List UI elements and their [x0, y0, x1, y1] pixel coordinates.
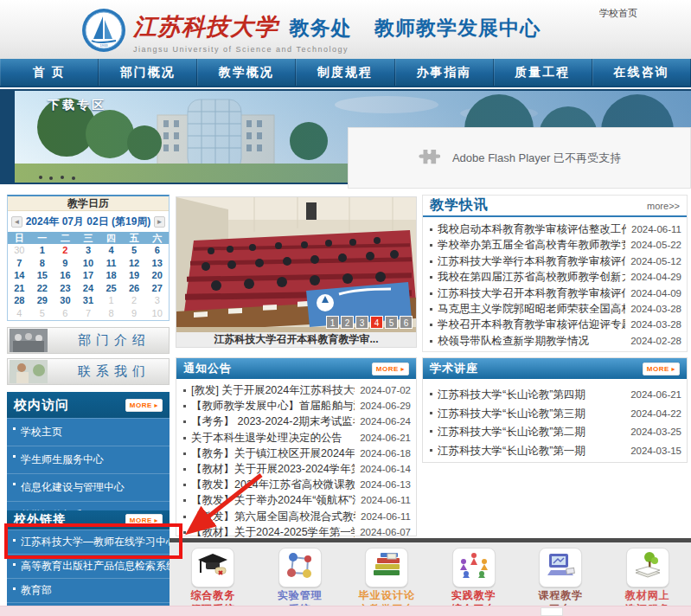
- news-more-link[interactable]: more>>: [647, 201, 680, 211]
- calendar-day[interactable]: 31: [77, 294, 100, 307]
- notice-text[interactable]: 【教发】第六届全国高校混合式教学设计创...: [191, 509, 355, 524]
- calendar-day[interactable]: 30: [54, 294, 77, 307]
- notice-text[interactable]: 【教发】2024年江苏省高校微课教学比赛推...: [191, 477, 355, 492]
- notice-text[interactable]: 【教师教学发展中心】首届船舶与海洋工程...: [191, 398, 355, 414]
- calendar-day[interactable]: 1: [99, 294, 123, 307]
- slideshow-page-button[interactable]: 6: [400, 316, 413, 329]
- slideshow-page-button[interactable]: 4: [370, 316, 383, 329]
- calendar-day[interactable]: 11: [99, 257, 123, 270]
- calendar-day[interactable]: 16: [54, 269, 77, 282]
- app-course-platform[interactable]: 课程教学 平台: [521, 548, 600, 606]
- external-more-button[interactable]: MORE ▸: [125, 514, 163, 527]
- lecture-item[interactable]: 江苏科技大学“长山论教”第二期 2024-03-25: [428, 423, 681, 442]
- calendar-day[interactable]: 24: [77, 282, 100, 295]
- news-text[interactable]: 马克思主义学院郭昭昭老师荣获全国高校思...: [438, 301, 625, 317]
- slideshow-page-button[interactable]: 5: [385, 316, 398, 329]
- calendar-day[interactable]: 4: [8, 307, 31, 320]
- intranet-link[interactable]: 学生师生服务中心: [7, 446, 170, 473]
- calendar-day[interactable]: 2: [123, 294, 146, 307]
- calendar-day[interactable]: 7: [77, 307, 100, 320]
- news-text[interactable]: 学校举办第五届全省高校青年教师教学竞赛...: [438, 237, 625, 253]
- calendar-day[interactable]: 12: [123, 257, 146, 270]
- lectures-more-button[interactable]: MORE ▸: [643, 363, 680, 375]
- calendar-day[interactable]: 7: [8, 257, 31, 270]
- notice-item[interactable]: 关于本科生退学处理决定的公告 2024-06-21: [182, 430, 411, 446]
- news-text[interactable]: 江苏科技大学举行本科教育教学审核评估专...: [438, 253, 625, 269]
- news-item[interactable]: 学校举办第五届全省高校青年教师教学竞赛... 2024-05-22: [428, 237, 681, 253]
- calendar-day[interactable]: 1: [31, 244, 54, 257]
- notice-text[interactable]: [教发] 关于开展2024年江苏科技大学青年...: [191, 382, 355, 398]
- notice-text[interactable]: 关于本科生退学处理决定的公告: [191, 430, 355, 446]
- calendar-day[interactable]: 29: [31, 294, 54, 307]
- calendar-next-button[interactable]: ►: [154, 216, 165, 228]
- app-practice-platform[interactable]: 实践教学 综合平台: [434, 548, 514, 606]
- news-item[interactable]: 江苏科技大学举行本科教育教学审核评估专... 2024-05-12: [428, 253, 681, 269]
- calendar-day[interactable]: 5: [31, 307, 54, 320]
- calendar-day[interactable]: 20: [145, 269, 169, 282]
- notices-more-button[interactable]: MORE ▸: [372, 363, 409, 375]
- nav-item[interactable]: 办事指南: [395, 59, 494, 86]
- external-link[interactable]: 江苏科技大学—教师在线学习中心: [7, 529, 170, 554]
- intranet-link[interactable]: 信息化建设与管理中心: [7, 473, 170, 501]
- news-item[interactable]: 我校在第四届江苏省高校教师教学创新大赛... 2024-04-29: [428, 269, 681, 285]
- notice-item[interactable]: 【教发】关于举办2024年“领航杯”江苏省... 2024-06-11: [182, 492, 411, 508]
- news-text[interactable]: 我校在第四届江苏省高校教师教学创新大赛...: [438, 269, 625, 285]
- calendar-day[interactable]: 22: [31, 282, 54, 295]
- calendar-day[interactable]: 3: [145, 294, 169, 307]
- intranet-more-button[interactable]: MORE ▸: [125, 399, 163, 412]
- calendar-day[interactable]: 3: [77, 244, 100, 257]
- app-academic-admin[interactable]: 综合教务 管理系统: [173, 548, 253, 606]
- notice-text[interactable]: 【教发】关于举办2024年“领航杯”江苏省...: [191, 492, 355, 508]
- calendar-day[interactable]: 19: [123, 269, 146, 282]
- notice-item[interactable]: 【教发】2024年江苏省高校微课教学比赛推... 2024-06-13: [182, 477, 411, 492]
- download-zone-label[interactable]: 下载专区: [48, 98, 106, 113]
- news-text[interactable]: 校领导带队检查新学期教学情况: [438, 333, 625, 349]
- calendar-day[interactable]: 8: [99, 307, 123, 320]
- lecture-text[interactable]: 江苏科技大学“长山论教”第四期: [438, 386, 625, 405]
- app-textbook-ordering[interactable]: 教材网上 选订服务: [608, 548, 688, 606]
- lecture-item[interactable]: 江苏科技大学“长山论教”第四期 2024-06-21: [428, 386, 681, 405]
- notice-text[interactable]: 【教务】关于镇江校区开展2024年大类专业...: [191, 446, 355, 461]
- lecture-item[interactable]: 江苏科技大学“长山论教”第三期 2024-04-22: [428, 405, 681, 424]
- lecture-text[interactable]: 江苏科技大学“长山论教”第一期: [438, 442, 625, 461]
- lecture-item[interactable]: 江苏科技大学“长山论教”第一期 2024-03-15: [428, 442, 681, 461]
- notice-item[interactable]: 【教务】关于镇江校区开展2024年大类专业... 2024-06-18: [182, 446, 411, 461]
- news-text[interactable]: 我校启动本科教育教学审核评估整改工作: [438, 221, 626, 237]
- calendar-day[interactable]: 18: [99, 269, 123, 282]
- dept-intro-button[interactable]: 部门介绍: [7, 327, 170, 354]
- notice-item[interactable]: 【教师教学发展中心】首届船舶与海洋工程... 2024-06-29: [182, 398, 411, 414]
- app-thesis-platform[interactable]: 毕业设计论 文教学平台: [347, 548, 426, 606]
- calendar-day[interactable]: 23: [54, 282, 77, 295]
- nav-item[interactable]: 在线咨询: [592, 59, 691, 86]
- calendar-day[interactable]: 26: [123, 282, 146, 295]
- notice-item[interactable]: 【教发】第六届全国高校混合式教学设计创... 2024-06-11: [182, 509, 411, 524]
- calendar-day[interactable]: 28: [8, 294, 31, 307]
- calendar-prev-button[interactable]: ◄: [11, 216, 22, 228]
- slideshow-page-button[interactable]: 2: [341, 316, 354, 329]
- calendar-day[interactable]: 5: [123, 244, 146, 257]
- calendar-day[interactable]: 25: [99, 282, 123, 295]
- notice-text[interactable]: 【考务】 2023-2024-2期末考试监考班车安...: [191, 414, 355, 429]
- nav-item[interactable]: 制度规程: [296, 59, 394, 86]
- news-item[interactable]: 马克思主义学院郭昭昭老师荣获全国高校思... 2024-03-28: [428, 301, 681, 317]
- external-link[interactable]: 教育部: [7, 578, 170, 602]
- calendar-day[interactable]: 10: [145, 307, 169, 320]
- nav-item[interactable]: 首 页: [0, 59, 99, 86]
- external-link[interactable]: 高等教育出版社产品信息检索系统: [7, 554, 170, 578]
- contact-us-button[interactable]: 联系我们: [7, 358, 170, 385]
- calendar-day[interactable]: 13: [145, 257, 169, 270]
- slideshow-page-button[interactable]: 1: [326, 316, 339, 329]
- news-text[interactable]: 江苏科技大学召开本科教育教学审核评估启...: [438, 286, 625, 301]
- calendar-day[interactable]: 17: [77, 269, 100, 282]
- news-item[interactable]: 校领导带队检查新学期教学情况 2024-02-28: [428, 333, 681, 349]
- nav-item[interactable]: 部门概况: [99, 59, 197, 86]
- intranet-link[interactable]: 学校主页: [7, 418, 170, 446]
- app-lab-management[interactable]: 实验管理 系统: [260, 548, 340, 606]
- nav-item[interactable]: 教学概况: [197, 59, 296, 86]
- calendar-day[interactable]: 27: [145, 282, 169, 295]
- notice-item[interactable]: [教发] 关于开展2024年江苏科技大学青年... 2024-07-02: [182, 382, 411, 398]
- lecture-text[interactable]: 江苏科技大学“长山论教”第三期: [438, 405, 625, 424]
- calendar-day[interactable]: 21: [8, 282, 31, 295]
- calendar-day[interactable]: 8: [31, 257, 54, 270]
- news-item[interactable]: 我校启动本科教育教学审核评估整改工作 2024-06-11: [428, 221, 681, 237]
